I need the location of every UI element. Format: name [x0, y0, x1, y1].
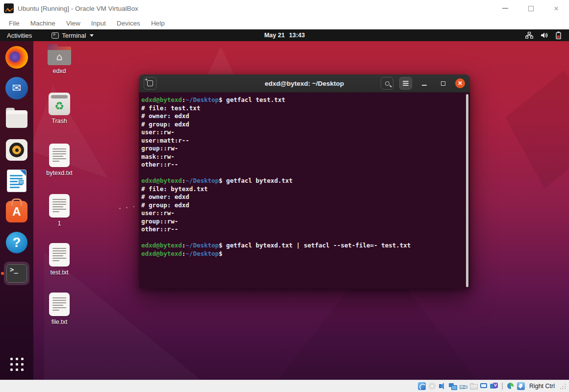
- terminal-line: edxd@bytexd:~/Desktop$: [141, 250, 463, 258]
- terminal-output[interactable]: edxd@bytexd:~/Desktop$ getfacl test.txt#…: [139, 93, 470, 289]
- menu-view[interactable]: View: [61, 18, 85, 28]
- wallpaper-shape: [505, 71, 569, 188]
- desktop-icon-label: Trash: [52, 118, 67, 124]
- menu-devices[interactable]: Devices: [112, 18, 145, 28]
- dock-item-libreoffice-writer[interactable]: [4, 169, 29, 193]
- terminal-line: # group: edxd: [141, 201, 463, 210]
- virtualbox-logo-icon: [4, 3, 14, 13]
- terminal-line: user::rw-: [141, 209, 463, 218]
- usb-status-icon[interactable]: [459, 382, 467, 390]
- host-minimize-button[interactable]: [492, 0, 518, 17]
- mouse-integration-status-icon[interactable]: [507, 382, 515, 390]
- home-folder-icon: ⌂: [48, 47, 71, 65]
- hamburger-menu-icon: [403, 83, 409, 84]
- terminal-line: # group: edxd: [141, 121, 463, 129]
- terminal-search-button[interactable]: [381, 77, 393, 90]
- virtualbox-window: Ubuntu [Running] - Oracle VM VirtualBox …: [0, 0, 569, 392]
- menu-help[interactable]: Help: [146, 18, 170, 28]
- wallpaper-dots: [119, 206, 139, 210]
- desktop-icon-file-txt[interactable]: file.txt: [44, 293, 75, 325]
- host-statusbar: Right Ctrl: [0, 380, 569, 392]
- new-tab-icon: [147, 80, 153, 86]
- terminal-header-bar[interactable]: edxd@bytexd: ~/Desktop ✕: [139, 74, 470, 93]
- menu-machine[interactable]: Machine: [26, 18, 60, 28]
- system-tray[interactable]: [525, 31, 569, 39]
- desktop-icon-test-txt[interactable]: test.txt: [44, 243, 75, 276]
- ubuntu-software-icon: A: [6, 201, 27, 222]
- terminal-line: edxd@bytexd:~/Desktop$ getfacl test.txt: [141, 96, 463, 104]
- desktop-icon-1[interactable]: 1: [44, 194, 75, 227]
- dock-item-terminal[interactable]: >_: [4, 262, 29, 285]
- menu-file[interactable]: File: [4, 18, 25, 28]
- clock[interactable]: May 21 13:43: [264, 32, 305, 39]
- terminal-close-button[interactable]: ✕: [455, 78, 465, 88]
- terminal-minimize-button[interactable]: [418, 77, 431, 90]
- clock-date: May 21: [264, 32, 285, 39]
- desktop-icon-label: edxd: [52, 68, 66, 74]
- app-grid-icon: [10, 358, 24, 371]
- minimize-icon: [422, 85, 427, 86]
- keyboard-capture-status-icon[interactable]: [517, 382, 525, 390]
- terminal-maximize-button[interactable]: [437, 77, 449, 90]
- host-menubar: File Machine View Input Devices Help: [0, 17, 569, 29]
- network-icon: [525, 32, 533, 39]
- rhythmbox-icon: [6, 139, 27, 161]
- dock-item-firefox[interactable]: [4, 46, 29, 69]
- terminal-scrollbar[interactable]: [466, 94, 468, 287]
- battery-icon: [556, 31, 561, 39]
- maximize-icon: [441, 81, 445, 86]
- host-titlebar: Ubuntu [Running] - Oracle VM VirtualBox …: [0, 0, 569, 17]
- terminal-line: # owner: edxd: [141, 193, 463, 201]
- desktop-icon-label: file.txt: [52, 318, 68, 325]
- dock-item-files[interactable]: [4, 107, 29, 131]
- terminal-line: # file: bytexd.txt: [141, 185, 463, 194]
- close-icon: ✕: [458, 80, 463, 86]
- audio-status-icon[interactable]: [439, 382, 446, 390]
- recording-status-icon[interactable]: [490, 382, 498, 390]
- host-key-label: Right Ctrl: [529, 383, 555, 390]
- chevron-down-icon: [90, 34, 94, 37]
- terminal-line: edxd@bytexd:~/Desktop$ getfacl bytexd.tx…: [141, 177, 463, 185]
- thunderbird-icon: ✉: [5, 77, 28, 99]
- text-file-icon: [49, 194, 70, 218]
- optical-disk-status-icon[interactable]: [428, 382, 436, 390]
- dock-item-rhythmbox[interactable]: [4, 138, 29, 162]
- terminal-line: # file: test.txt: [141, 104, 463, 113]
- terminal-title: edxd@bytexd: ~/Desktop: [265, 80, 344, 87]
- close-icon: ×: [554, 4, 559, 13]
- focused-app-name: Terminal: [62, 32, 86, 39]
- terminal-line: other::r--: [141, 161, 463, 169]
- desktop-icon-edxd[interactable]: ⌂ edxd: [44, 44, 75, 74]
- gnome-top-bar: Activities Terminal May 21 13:43: [0, 29, 569, 41]
- minimize-icon: [502, 8, 508, 9]
- network-status-icon[interactable]: [449, 382, 457, 390]
- dock-item-app-grid[interactable]: [4, 352, 29, 376]
- display-status-icon[interactable]: [480, 382, 488, 390]
- hard-disk-status-icon[interactable]: [418, 382, 426, 390]
- text-file-icon: [49, 293, 70, 316]
- host-window-title: Ubuntu [Running] - Oracle VM VirtualBox: [18, 5, 138, 12]
- host-close-button[interactable]: ×: [543, 0, 569, 17]
- menu-input[interactable]: Input: [86, 18, 111, 28]
- focused-app-menu[interactable]: Terminal: [52, 32, 94, 39]
- terminal-header-controls: ✕: [381, 77, 470, 90]
- desktop-icon-trash[interactable]: ♻ Trash: [44, 93, 75, 124]
- host-maximize-button[interactable]: [518, 0, 543, 17]
- terminal-menu-button[interactable]: [399, 77, 412, 90]
- dock-item-thunderbird[interactable]: ✉: [4, 76, 29, 100]
- desktop-icon-label: bytexd.txt: [46, 170, 73, 176]
- guest-screen: Activities Terminal May 21 13:43: [0, 29, 569, 380]
- dock-item-help[interactable]: ?: [4, 231, 29, 254]
- resize-grip[interactable]: [560, 383, 566, 389]
- statusbar-separator: [502, 383, 503, 390]
- libreoffice-writer-icon: [7, 170, 26, 192]
- dock-item-ubuntu-software[interactable]: A: [4, 200, 29, 223]
- terminal-line: edxd@bytexd:~/Desktop$ getfacl bytexd.tx…: [141, 242, 463, 250]
- terminal-line: group::rw-: [141, 145, 463, 153]
- shared-folders-status-icon[interactable]: [469, 382, 477, 390]
- terminal-line: other::r--: [141, 225, 463, 234]
- activities-button[interactable]: Activities: [0, 32, 39, 39]
- host-window-controls: ×: [492, 0, 569, 17]
- desktop-icon-bytexd-txt[interactable]: bytexd.txt: [44, 144, 75, 176]
- new-tab-button[interactable]: [144, 77, 156, 90]
